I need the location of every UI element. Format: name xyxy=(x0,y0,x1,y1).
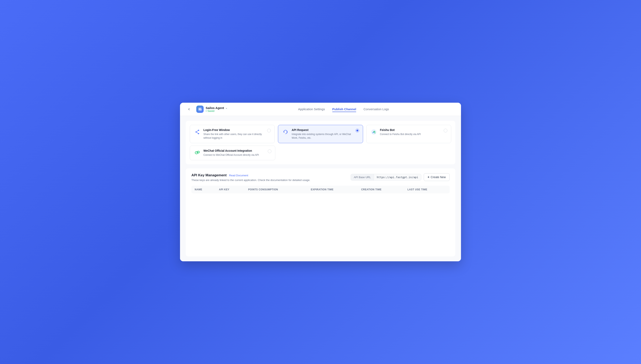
api-key-management-section: API Key Management Read Document These k… xyxy=(186,168,455,256)
svg-point-12 xyxy=(198,152,198,152)
back-button[interactable] xyxy=(186,106,192,112)
svg-point-13 xyxy=(198,152,199,152)
channel-card-feishu[interactable]: Feishu Bot Connect to Feishu Bot directl… xyxy=(366,125,451,143)
svg-point-1 xyxy=(200,110,201,110)
card-text-login-free: Login-Free Window Share the link with ot… xyxy=(203,128,265,140)
col-last-use-time: LAST USE TIME xyxy=(404,186,450,194)
api-icon xyxy=(282,128,289,136)
svg-point-3 xyxy=(198,130,199,131)
tab-application-settings[interactable]: Application Settings xyxy=(298,106,325,112)
api-table-header: NAME API KEY POINTS CONSUMPTION EXPIRATI… xyxy=(191,186,450,194)
svg-point-9 xyxy=(196,152,196,153)
card-text-api-request: API Request Integrate into existing syst… xyxy=(292,128,353,140)
main-content: Login-Free Window Share the link with ot… xyxy=(180,116,461,261)
col-name: NAME xyxy=(191,186,216,194)
card-desc-api-request: Integrate into existing systems through … xyxy=(292,132,353,140)
channel-card-api-request[interactable]: API Request Integrate into existing syst… xyxy=(278,125,363,143)
col-creation-time: CREATION TIME xyxy=(358,186,404,194)
agent-name[interactable]: Sailos Agent ⌄ xyxy=(206,106,228,110)
api-subtitle: These keys are already linked to the cur… xyxy=(191,178,310,182)
api-key-table: NAME API KEY POINTS CONSUMPTION EXPIRATI… xyxy=(191,186,450,194)
api-title-row: API Key Management Read Document xyxy=(191,173,310,177)
wechat-icon xyxy=(194,149,201,156)
create-new-button[interactable]: + Create New xyxy=(424,173,450,181)
card-title-wechat: WeChat Official Account Integration xyxy=(203,149,265,152)
svg-point-11 xyxy=(197,151,199,153)
feishu-icon xyxy=(370,128,377,136)
svg-point-7 xyxy=(371,129,376,134)
card-text-feishu: Feishu Bot Connect to Feishu Bot directl… xyxy=(380,128,441,136)
radio-feishu[interactable] xyxy=(444,129,447,132)
share-icon xyxy=(194,128,201,136)
card-title-login-free: Login-Free Window xyxy=(203,128,265,132)
tab-publish-channel[interactable]: Publish Channel xyxy=(332,106,356,112)
main-container: Sailos Agent ⌄ Saved Application Setting… xyxy=(180,103,461,261)
svg-line-6 xyxy=(197,132,198,134)
svg-point-2 xyxy=(195,131,197,132)
channel-card-wechat[interactable]: WeChat Official Account Integration Conn… xyxy=(190,146,275,160)
card-text-wechat: WeChat Official Account Integration Conn… xyxy=(203,149,265,157)
api-base-url-value: https://api.fastgpt.in/api xyxy=(374,174,421,180)
card-desc-feishu: Connect to Feishu Bot directly via API xyxy=(380,132,441,136)
card-desc-wechat: Connect to WeChat Official Account direc… xyxy=(203,153,265,157)
radio-login-free[interactable] xyxy=(267,129,271,132)
channel-cards-section: Login-Free Window Share the link with ot… xyxy=(186,121,455,164)
api-base-url-box: API Base URL https://api.fastgpt.in/api xyxy=(351,174,421,180)
create-new-label: Create New xyxy=(431,176,446,179)
col-api-key: API KEY xyxy=(216,186,245,194)
saved-label: Saved xyxy=(207,110,215,112)
read-document-link[interactable]: Read Document xyxy=(229,174,248,177)
plus-icon: + xyxy=(428,175,430,179)
col-points-consumption: POINTS CONSUMPTION xyxy=(245,186,308,194)
channel-card-login-free[interactable]: Login-Free Window Share the link with ot… xyxy=(190,125,275,143)
api-base-url-label: API Base URL xyxy=(351,174,374,180)
card-title-feishu: Feishu Bot xyxy=(380,128,441,132)
agent-icon xyxy=(196,106,204,113)
api-actions: API Base URL https://api.fastgpt.in/api … xyxy=(351,173,450,181)
agent-title-wrap: Sailos Agent ⌄ Saved xyxy=(206,106,228,112)
api-title-area: API Key Management Read Document These k… xyxy=(191,173,310,182)
api-management-title: API Key Management xyxy=(191,173,227,177)
card-desc-login-free: Share the link with other users, they ca… xyxy=(203,132,265,140)
agent-info: Sailos Agent ⌄ Saved xyxy=(196,106,228,113)
api-table-header-row: NAME API KEY POINTS CONSUMPTION EXPIRATI… xyxy=(191,186,450,194)
channel-cards-row2: WeChat Official Account Integration Conn… xyxy=(190,146,451,160)
api-header: API Key Management Read Document These k… xyxy=(191,173,450,182)
nav-tabs: Application Settings Publish Channel Con… xyxy=(298,106,389,112)
tab-conversation-logs[interactable]: Conversation Logs xyxy=(363,106,389,112)
chevron-down-icon: ⌄ xyxy=(225,106,228,110)
radio-wechat[interactable] xyxy=(268,150,271,153)
channel-cards-row1: Login-Free Window Share the link with ot… xyxy=(190,125,451,143)
col-expiration-time: EXPIRATION TIME xyxy=(307,186,358,194)
agent-name-label: Sailos Agent xyxy=(206,106,224,110)
svg-line-5 xyxy=(197,130,198,132)
svg-point-4 xyxy=(198,133,199,134)
card-title-api-request: API Request xyxy=(292,128,353,132)
header: Sailos Agent ⌄ Saved Application Setting… xyxy=(180,103,461,116)
radio-api-request[interactable] xyxy=(355,129,359,132)
agent-saved-status: Saved xyxy=(206,110,228,112)
